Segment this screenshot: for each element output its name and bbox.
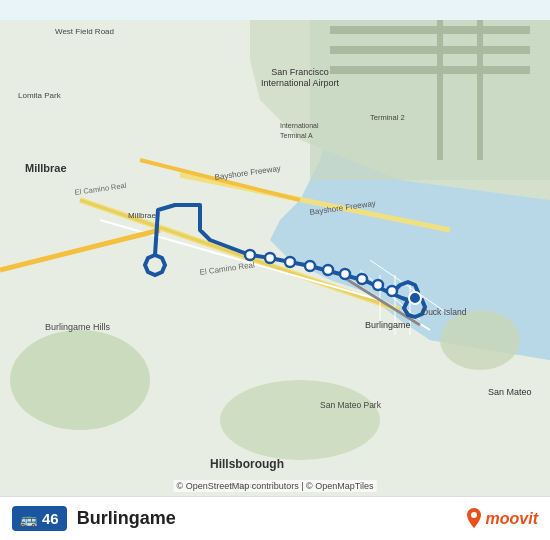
svg-text:Terminal 2: Terminal 2: [370, 113, 405, 122]
svg-text:Burlingame Hills: Burlingame Hills: [45, 322, 111, 332]
svg-rect-6: [310, 20, 550, 180]
svg-point-58: [471, 512, 477, 518]
svg-text:San Mateo Park: San Mateo Park: [320, 400, 382, 410]
svg-text:San Francisco: San Francisco: [271, 67, 329, 77]
map-svg: West Field Road San Francisco Internatio…: [0, 0, 550, 540]
svg-point-29: [265, 253, 275, 263]
svg-point-35: [373, 280, 383, 290]
moovit-logo: moovit: [465, 508, 538, 530]
svg-text:Lomita Park: Lomita Park: [18, 91, 62, 100]
svg-text:International Airport: International Airport: [261, 78, 340, 88]
svg-point-34: [357, 274, 367, 284]
svg-text:Millbrae: Millbrae: [128, 211, 157, 220]
bottom-bar: 🚌 46 Burlingame moovit: [0, 496, 550, 540]
svg-text:San Mateo: San Mateo: [488, 387, 532, 397]
route-name: Burlingame: [77, 508, 465, 529]
svg-text:Hillsborough: Hillsborough: [210, 457, 284, 471]
moovit-pin-icon: [465, 508, 483, 530]
route-number: 46: [42, 510, 59, 527]
moovit-text: moovit: [486, 510, 538, 528]
svg-point-12: [10, 330, 150, 430]
svg-point-28: [245, 250, 255, 260]
svg-text:Burlingame: Burlingame: [365, 320, 411, 330]
svg-point-32: [323, 265, 333, 275]
svg-point-33: [340, 269, 350, 279]
svg-point-31: [305, 261, 315, 271]
copyright-text: © OpenStreetMap contributors | © OpenMap…: [174, 480, 377, 492]
bus-icon: 🚌: [20, 511, 37, 527]
svg-text:Millbrae: Millbrae: [25, 162, 67, 174]
svg-point-14: [440, 310, 520, 370]
map-container: West Field Road San Francisco Internatio…: [0, 0, 550, 540]
svg-point-13: [220, 380, 380, 460]
svg-text:International: International: [280, 122, 319, 129]
svg-text:West Field Road: West Field Road: [55, 27, 114, 36]
route-badge: 🚌 46: [12, 506, 67, 531]
svg-point-37: [409, 292, 421, 304]
svg-text:Duck Island: Duck Island: [422, 307, 467, 317]
svg-text:Terminal A: Terminal A: [280, 132, 313, 139]
svg-point-36: [387, 286, 397, 296]
svg-point-30: [285, 257, 295, 267]
